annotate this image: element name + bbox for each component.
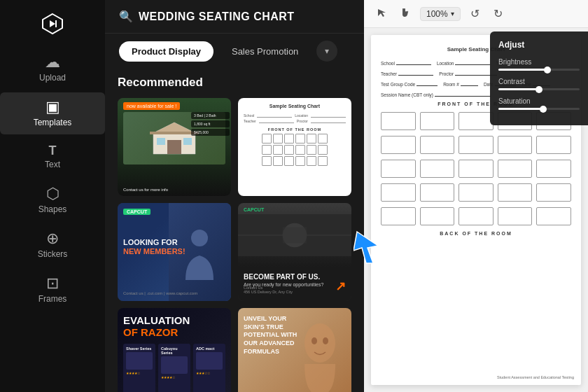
capcut-badge: CAPCUT: [123, 209, 150, 215]
sidebar-label-shapes: Shapes: [38, 204, 67, 214]
face-heading: UNVEIL YOUR SKIN'S TRUE POTENTIAL WITH O…: [244, 315, 300, 356]
svg-point-11: [304, 323, 335, 363]
become-logo: CAPCUT: [244, 207, 264, 212]
saturation-label: Saturation: [498, 97, 580, 105]
redo-button[interactable]: ↻: [489, 6, 507, 22]
frames-icon: ⊡: [46, 276, 59, 291]
members-heading: LOOKING FORNEW MEMBERS!: [123, 238, 186, 256]
svg-rect-2: [167, 140, 181, 154]
house-badge: now available for sale !: [123, 102, 180, 110]
eval-prod1-stars: ★★★★☆: [126, 371, 153, 375]
svg-rect-4: [183, 138, 192, 145]
eval-prod3-name: ADC mact: [196, 346, 223, 351]
eval-prod1-name: Shaver Series: [126, 346, 153, 351]
svg-point-13: [323, 337, 328, 344]
preview-panel: 100% ▾ ↺ ↻ Sample Seating Chart School L…: [364, 0, 588, 392]
location-label: Location: [437, 61, 454, 66]
stickers-icon: ⊕: [46, 231, 59, 246]
template-card-evaluation[interactable]: EVALUATION OF RAZOR Shaver Series ★★★★☆ …: [118, 308, 231, 392]
seating-grid: [262, 134, 328, 188]
svg-rect-3: [157, 138, 165, 145]
saturation-row: Saturation: [498, 97, 580, 110]
test-group-label: Test Group Code: [381, 82, 415, 87]
template-card-seating[interactable]: Sample Seating Chart School Location Tea…: [238, 98, 351, 196]
teacher-label: Teacher: [381, 71, 397, 76]
sidebar-label-text: Text: [45, 160, 60, 169]
room-label: Room #: [443, 82, 459, 87]
search-icon: 🔍: [119, 10, 133, 23]
adjust-title: Adjust: [498, 40, 580, 50]
seat-grid-row4: [381, 183, 571, 202]
search-bar: 🔍 WEDDING SEATING CHART: [105, 0, 364, 34]
sidebar-item-frames[interactable]: ⊡ Frames: [0, 269, 105, 311]
cursor-tool-btn[interactable]: [372, 6, 391, 21]
sidebar-item-templates[interactable]: ▣ Templates: [0, 92, 105, 134]
shapes-icon: ⬡: [46, 186, 59, 202]
svg-point-6: [191, 230, 208, 246]
become-arrow: ↗: [335, 279, 346, 294]
sidebar-label-frames: Frames: [38, 294, 67, 304]
upload-icon: ☁: [45, 55, 60, 70]
seating-card-title: Sample Seating Chart: [270, 104, 320, 108]
become-heading: BECOME PART OF US.: [244, 273, 346, 281]
svg-marker-1: [153, 122, 195, 133]
zoom-dropdown-icon: ▾: [451, 10, 454, 18]
hand-tool-btn[interactable]: [396, 6, 414, 21]
house-contact: Contact us for more info: [123, 188, 168, 192]
template-card-members[interactable]: CAPCUT LOOKING FORNEW MEMBERS! Contact u…: [118, 203, 231, 301]
school-label: School: [381, 61, 395, 66]
undo-button[interactable]: ↺: [466, 6, 484, 22]
eval-prod2-name: Cabuyou Series: [161, 346, 188, 355]
session-label: Session Name (CBT only): [381, 92, 433, 97]
template-card-house-sale[interactable]: now available for sale !: [118, 98, 231, 196]
seat-grid-row3: [381, 160, 571, 178]
adjust-panel: Adjust Brightness Contrast Saturation: [490, 31, 588, 125]
preview-toolbar: 100% ▾ ↺ ↻: [364, 0, 588, 28]
sidebar-item-upload[interactable]: ☁ Upload: [0, 48, 105, 90]
sidebar-item-shapes[interactable]: ⬡ Shapes: [0, 179, 105, 221]
zoom-value: 100%: [426, 9, 448, 19]
become-contact: Contact Us456 US Delivery Dr, Any City: [244, 286, 293, 294]
members-contact: Contact us | .cut.com | www.capcut.com: [123, 291, 197, 295]
seat-grid-row5: [381, 207, 571, 225]
brightness-row: Brightness: [498, 58, 580, 71]
template-card-face[interactable]: UNVEIL YOUR SKIN'S TRUE POTENTIAL WITH O…: [238, 308, 351, 392]
text-icon: T: [49, 144, 57, 157]
tab-product-display[interactable]: Product Display: [119, 41, 214, 62]
app-logo: [37, 8, 68, 39]
sidebar-item-text[interactable]: T Text: [0, 137, 105, 176]
proctor-label: Proctor: [439, 71, 454, 76]
sidebar-label-templates: Templates: [34, 118, 72, 127]
search-query: WEDDING SEATING CHART: [139, 10, 295, 23]
evaluation-title: EVALUATION: [123, 315, 225, 327]
svg-marker-10: [283, 227, 307, 243]
eval-prod3-stars: ★★★☆☆: [196, 371, 223, 375]
tab-sales-promotion[interactable]: Sales Promotion: [219, 41, 311, 62]
contrast-row: Contrast: [498, 78, 580, 90]
evaluation-of: OF RAZOR: [123, 327, 225, 339]
svg-point-12: [312, 337, 317, 344]
main-panel: 🔍 WEDDING SEATING CHART Product Display …: [105, 0, 364, 392]
templates-icon: ▣: [46, 99, 60, 115]
sidebar-label-upload: Upload: [39, 73, 66, 83]
recommended-label: Recommended: [118, 76, 351, 90]
template-card-become[interactable]: CAPCUT BECOME PART OF US. Are you ready …: [238, 203, 351, 301]
zoom-control[interactable]: 100% ▾: [420, 7, 461, 21]
templates-grid: now available for sale !: [118, 98, 351, 392]
sidebar-label-stickers: Stickers: [38, 249, 68, 259]
sidebar: ☁ Upload ▣ Templates T Text ⬡ Shapes ⊕ S…: [0, 0, 105, 392]
sidebar-item-stickers[interactable]: ⊕ Stickers: [0, 224, 105, 266]
eval-prod2-stars: ★★★★☆: [161, 375, 188, 379]
tabs-bar: Product Display Sales Promotion ▾: [105, 34, 364, 69]
contrast-label: Contrast: [498, 78, 580, 85]
brightness-slider[interactable]: [498, 69, 580, 71]
tabs-dropdown[interactable]: ▾: [316, 41, 337, 62]
templates-area: Recommended now available for sale !: [105, 69, 364, 392]
back-room-label: BACK OF THE ROOM: [381, 231, 571, 236]
brightness-label: Brightness: [498, 58, 580, 66]
contrast-slider[interactable]: [498, 88, 580, 90]
doc-footer: Student Assessment and Educational Testi…: [497, 375, 574, 379]
seat-grid-row2: [381, 136, 571, 154]
saturation-slider[interactable]: [498, 108, 580, 110]
